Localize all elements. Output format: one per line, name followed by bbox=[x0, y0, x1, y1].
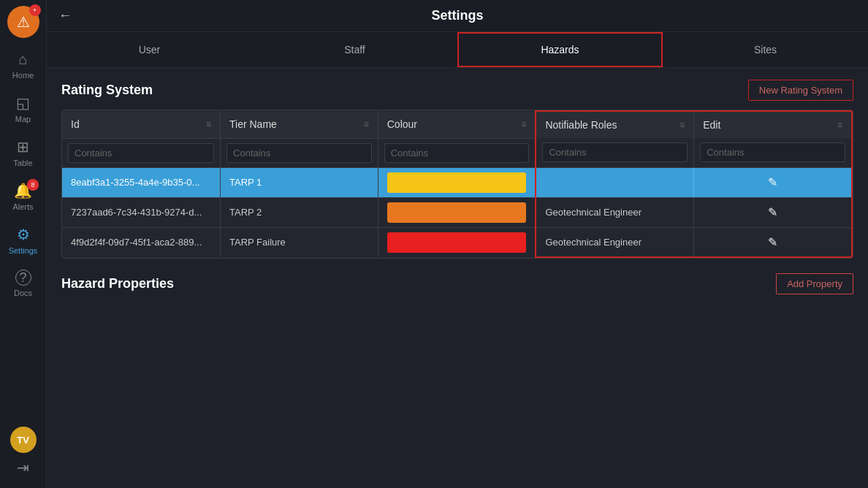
col-header-notifiable-roles: Notifiable Roles ≡ bbox=[536, 111, 693, 138]
sort-icon-tier-name[interactable]: ≡ bbox=[364, 119, 369, 129]
page-title: Settings bbox=[431, 8, 483, 23]
cell-colour-1 bbox=[378, 167, 536, 197]
logout-button[interactable]: ⇥ bbox=[17, 459, 29, 476]
sidebar-label-table: Table bbox=[13, 159, 32, 167]
hazard-properties-section: Hazard Properties Add Property bbox=[61, 273, 853, 294]
rating-system-title: Rating System bbox=[61, 83, 153, 98]
table-icon: ⊞ bbox=[17, 138, 29, 156]
edit-button-1[interactable]: ✎ bbox=[703, 175, 842, 189]
colour-swatch-1 bbox=[387, 172, 527, 193]
filter-input-notifiable-roles[interactable] bbox=[542, 142, 688, 162]
logout-icon: ⇥ bbox=[17, 460, 29, 476]
filter-cell-edit bbox=[694, 138, 852, 167]
new-rating-button[interactable]: New Rating System bbox=[748, 80, 853, 101]
cell-id-2: 7237aad6-7c34-431b-9274-d... bbox=[62, 197, 221, 227]
sidebar-item-table[interactable]: ⊞ Table bbox=[0, 131, 46, 175]
filter-input-tier-name[interactable] bbox=[226, 143, 372, 163]
sidebar-item-docs[interactable]: ? Docs bbox=[0, 262, 46, 305]
colour-swatch-2 bbox=[387, 202, 527, 223]
content-area: Rating System New Rating System Id ≡ bbox=[47, 68, 868, 488]
sidebar: ⚠ + ⌂ Home ◱ Map ⊞ Table 🔔 8 Alerts ⚙ Se… bbox=[0, 0, 47, 488]
rating-system-table: Id ≡ Tier Name ≡ Colour bbox=[62, 110, 853, 258]
tab-hazards[interactable]: Hazards bbox=[457, 32, 663, 67]
sort-icon-id[interactable]: ≡ bbox=[206, 119, 211, 129]
sort-icon-colour[interactable]: ≡ bbox=[521, 119, 526, 129]
cell-id-3: 4f9d2f4f-09d7-45f1-aca2-889... bbox=[62, 227, 221, 257]
sidebar-label-alerts: Alerts bbox=[12, 202, 33, 211]
alerts-badge: 8 bbox=[27, 179, 39, 191]
cell-tier-name-1: TARP 1 bbox=[221, 167, 378, 197]
col-header-colour: Colour ≡ bbox=[378, 111, 536, 138]
tab-sites[interactable]: Sites bbox=[663, 32, 868, 67]
sort-icon-edit[interactable]: ≡ bbox=[837, 120, 842, 130]
rating-system-table-wrapper: Id ≡ Tier Name ≡ Colour bbox=[61, 110, 853, 259]
add-property-button[interactable]: Add Property bbox=[776, 273, 853, 294]
cell-notifiable-roles-3: Geotechnical Engineer bbox=[536, 227, 693, 257]
cell-tier-name-3: TARP Failure bbox=[221, 227, 378, 257]
sidebar-item-map[interactable]: ◱ Map bbox=[0, 87, 46, 131]
alert-icon: ⚠ bbox=[17, 13, 30, 31]
edit-button-3[interactable]: ✎ bbox=[703, 235, 842, 249]
alert-notification-button[interactable]: ⚠ + bbox=[7, 6, 39, 38]
filter-input-colour[interactable] bbox=[384, 143, 530, 163]
cell-tier-name-2: TARP 2 bbox=[221, 197, 378, 227]
sidebar-label-docs: Docs bbox=[14, 289, 32, 297]
hazard-properties-title: Hazard Properties bbox=[61, 276, 174, 291]
user-avatar[interactable]: TV bbox=[10, 427, 37, 453]
sidebar-item-home[interactable]: ⌂ Home bbox=[0, 44, 46, 87]
sidebar-item-alerts[interactable]: 🔔 8 Alerts bbox=[0, 175, 46, 218]
filter-input-id[interactable] bbox=[68, 143, 214, 163]
filter-cell-tier-name bbox=[221, 138, 378, 167]
sidebar-label-settings: Settings bbox=[9, 246, 38, 255]
sidebar-label-home: Home bbox=[12, 71, 34, 80]
home-icon: ⌂ bbox=[18, 51, 27, 68]
user-initials: TV bbox=[17, 435, 29, 446]
col-header-tier-name: Tier Name ≡ bbox=[221, 111, 378, 138]
main-content: ← Settings User Staff Hazards Sites Rati… bbox=[47, 0, 868, 488]
table-row[interactable]: 7237aad6-7c34-431b-9274-d... TARP 2 Geot… bbox=[62, 197, 852, 227]
tab-bar: User Staff Hazards Sites bbox=[47, 32, 868, 68]
filter-cell-colour bbox=[378, 138, 536, 167]
cell-id-1: 8eabf3a1-3255-4a4e-9b35-0... bbox=[62, 167, 221, 197]
filter-input-edit[interactable] bbox=[700, 142, 845, 162]
cell-notifiable-roles-1 bbox=[536, 167, 693, 197]
cell-edit-2: ✎ bbox=[694, 197, 852, 227]
colour-swatch-3 bbox=[387, 232, 527, 253]
cell-colour-2 bbox=[378, 197, 536, 227]
settings-icon: ⚙ bbox=[17, 226, 30, 243]
edit-button-2[interactable]: ✎ bbox=[703, 205, 842, 219]
cell-notifiable-roles-2: Geotechnical Engineer bbox=[536, 197, 693, 227]
rating-system-header: Rating System New Rating System bbox=[61, 80, 853, 101]
cell-edit-1: ✎ bbox=[694, 167, 852, 197]
filter-row bbox=[62, 138, 852, 167]
map-icon: ◱ bbox=[16, 94, 30, 112]
table-row[interactable]: 8eabf3a1-3255-4a4e-9b35-0... TARP 1 ✎ bbox=[62, 167, 852, 197]
back-button[interactable]: ← bbox=[58, 8, 72, 23]
sidebar-item-settings[interactable]: ⚙ Settings bbox=[0, 218, 46, 262]
cell-edit-3: ✎ bbox=[694, 227, 852, 257]
cell-colour-3 bbox=[378, 227, 536, 257]
header: ← Settings bbox=[47, 0, 868, 32]
tab-user[interactable]: User bbox=[47, 32, 252, 67]
table-row[interactable]: 4f9d2f4f-09d7-45f1-aca2-889... TARP Fail… bbox=[62, 227, 852, 257]
tab-staff[interactable]: Staff bbox=[252, 32, 457, 67]
filter-cell-id bbox=[62, 138, 221, 167]
col-header-edit: Edit ≡ bbox=[694, 111, 852, 138]
alert-badge: + bbox=[29, 4, 41, 16]
sort-icon-notifiable-roles[interactable]: ≡ bbox=[679, 120, 685, 130]
table-header-row: Id ≡ Tier Name ≡ Colour bbox=[62, 111, 852, 138]
sidebar-label-map: Map bbox=[15, 115, 31, 123]
filter-cell-notifiable-roles bbox=[536, 138, 693, 167]
hazard-properties-header: Hazard Properties Add Property bbox=[61, 273, 853, 294]
docs-icon: ? bbox=[15, 270, 31, 286]
col-header-id: Id ≡ bbox=[62, 111, 221, 138]
